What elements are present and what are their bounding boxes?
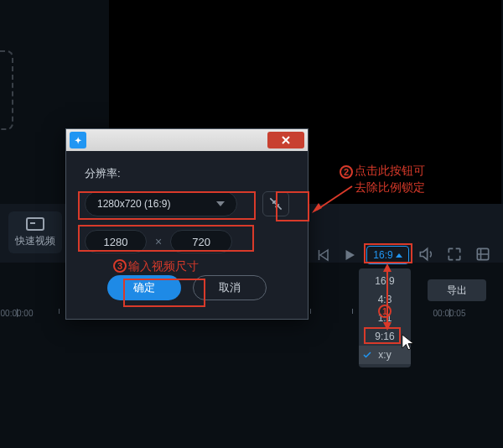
annotation-number-3: 3 (113, 259, 127, 273)
size-inputs-row: 1280 × 720 (85, 230, 289, 253)
annotation-text-2: 点击此按钮可去除比例锁定 (355, 163, 425, 195)
multiply-icon: × (152, 235, 165, 248)
lock-aspect-button[interactable] (262, 191, 289, 216)
aspect-ratio-menu: 16:9 4:3 1:1 9:16 x:y (359, 268, 411, 367)
resolution-preset-value: 1280x720 (16:9) (97, 198, 170, 210)
close-icon (281, 135, 291, 145)
ruler-label: 00:00:00 (1, 309, 34, 318)
cancel-button[interactable]: 取消 (193, 275, 267, 300)
chevron-up-icon (396, 253, 402, 258)
annotation-number-1: 1 (378, 305, 392, 318)
aspect-ratio-button[interactable]: 16:9 (366, 246, 409, 264)
resolution-preset-select[interactable]: 1280x720 (16:9) (85, 191, 237, 216)
check-icon (362, 350, 372, 360)
quick-video-icon (26, 217, 44, 231)
height-input[interactable]: 720 (170, 230, 232, 253)
aspect-ratio-label: 16:9 (373, 249, 392, 261)
play-icon[interactable] (342, 247, 357, 263)
fullscreen-icon[interactable] (446, 246, 463, 263)
chevron-down-icon (216, 201, 225, 206)
ruler-label: 00:00:05 (433, 309, 466, 318)
export-label: 导出 (447, 284, 467, 298)
width-input[interactable]: 1280 (85, 230, 147, 253)
cursor-icon (401, 333, 416, 352)
link-broken-icon (267, 195, 284, 212)
quick-video-label: 快速视频 (15, 234, 55, 248)
drop-zone-edge (0, 50, 13, 130)
settings-icon[interactable] (474, 246, 491, 263)
export-button[interactable]: 导出 (428, 279, 486, 301)
annotation-text-3: 输入视频尺寸 (128, 258, 199, 275)
close-button[interactable] (267, 132, 304, 148)
resolution-dialog: ✦ 分辨率: 1280x720 (16:9) 1280 × 720 (65, 128, 309, 320)
playback-controls (315, 247, 357, 263)
resolution-label: 分辨率: (85, 166, 289, 181)
aspect-option-16-9[interactable]: 16:9 (359, 272, 411, 290)
prev-frame-icon[interactable] (315, 247, 330, 263)
app-logo-icon: ✦ (70, 132, 86, 148)
dialog-titlebar[interactable]: ✦ (66, 129, 308, 151)
right-controls (417, 246, 491, 263)
ok-button[interactable]: 确定 (107, 275, 181, 300)
quick-video-button[interactable]: 快速视频 (8, 211, 62, 253)
volume-icon[interactable] (417, 246, 434, 263)
annotation-number-2: 2 (340, 165, 353, 179)
